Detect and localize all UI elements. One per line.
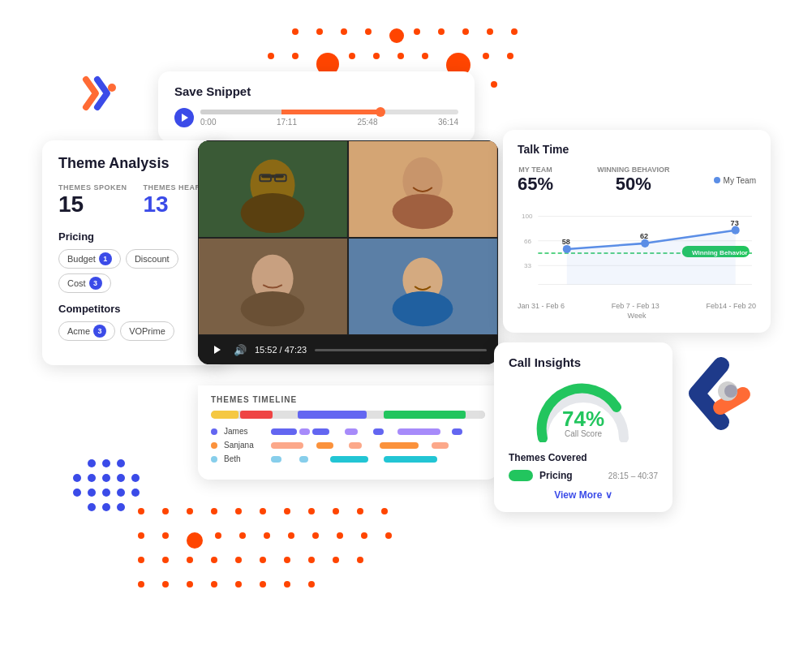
james-dot <box>211 428 217 435</box>
gauge-label: Call Score <box>562 429 604 438</box>
voprime-tag[interactable]: VOPrime <box>120 321 174 341</box>
themes-spoken-stat: THEMES SPOKEN 15 <box>58 183 127 217</box>
chart-x-labels: Jan 31 - Feb 6 Feb 7 - Feb 13 Feb14 - Fe… <box>518 302 756 310</box>
talk-time-title: Talk Time <box>518 143 756 156</box>
video-time: 15:52 / 47:23 <box>255 345 307 355</box>
view-more-button[interactable]: View More ∨ <box>509 489 658 501</box>
budget-badge: 1 <box>99 252 112 265</box>
gauge-container: 74% Call Score <box>509 377 658 442</box>
app-logo <box>71 71 128 120</box>
time-end: 36:14 <box>438 118 458 127</box>
pricing-tags: Budget 1 Discount Cost 3 <box>58 249 213 293</box>
competitor-tags: Acme 3 VOPrime <box>58 321 213 341</box>
pricing-time: 28:15 – 40:37 <box>608 471 658 480</box>
svg-point-29 <box>732 226 740 235</box>
my-team-label: MY TEAM <box>518 166 553 174</box>
voprime-tag-label: VOPrime <box>129 326 165 336</box>
themes-heard-stat: THEMES HEARD 13 <box>144 183 207 217</box>
cost-tag[interactable]: Cost 3 <box>58 273 111 293</box>
sanjana-name: Sanjana <box>224 441 264 450</box>
themes-spoken-label: THEMES SPOKEN <box>58 183 127 192</box>
legend: My Team <box>714 176 756 185</box>
time-start: 0:00 <box>200 118 216 127</box>
svg-point-0 <box>108 84 116 92</box>
svg-point-12 <box>241 291 305 326</box>
video-grid-card: 🔊 15:52 / 47:23 <box>198 140 498 364</box>
winning-behavior-value: 50% <box>597 174 669 195</box>
svg-point-3 <box>241 193 305 233</box>
winning-behavior-stat: WINNING BEHAVIOR 50% <box>597 166 669 195</box>
svg-marker-26 <box>567 230 736 285</box>
week-label: Week <box>518 312 756 320</box>
timeline-sanjana: Sanjana <box>211 441 485 450</box>
talk-time-header: MY TEAM 65% WINNING BEHAVIOR 50% My Team <box>518 166 756 195</box>
sanjana-tracks <box>271 442 485 449</box>
video-cell-3 <box>198 238 348 335</box>
audio-player: 0:00 17:11 25:48 36:14 <box>174 108 458 127</box>
discount-tag[interactable]: Discount <box>126 249 178 269</box>
themes-covered-title: Themes Covered <box>509 452 658 463</box>
right-side-logo <box>681 357 754 438</box>
gauge-wrapper: 74% Call Score <box>531 377 636 442</box>
james-tracks <box>271 428 485 435</box>
legend-dot-myteam <box>714 177 720 183</box>
budget-tag-label: Budget <box>67 254 96 264</box>
video-play-button[interactable] <box>209 342 226 358</box>
dots-logo <box>73 459 146 508</box>
save-snippet-title: Save Snippet <box>174 84 458 98</box>
call-insights-title: Call Insights <box>509 355 658 369</box>
svg-point-15 <box>393 291 453 326</box>
video-progress-bar[interactable] <box>315 349 487 351</box>
svg-text:66: 66 <box>524 238 532 245</box>
save-snippet-card: Save Snippet 0:00 17:11 25:48 36:14 <box>158 71 475 142</box>
beth-dot <box>211 456 217 463</box>
my-team-value: 65% <box>518 174 553 195</box>
video-controls: 🔊 15:52 / 47:23 <box>198 335 498 364</box>
svg-point-28 <box>641 239 649 248</box>
gauge-percent: 74% <box>562 408 604 429</box>
svg-point-9 <box>393 194 453 229</box>
timeline-title: THEMES TIMELINE <box>211 395 485 404</box>
themes-spoken-value: 15 <box>58 192 127 217</box>
acme-badge: 3 <box>93 325 106 338</box>
timeline-james: James <box>211 427 485 436</box>
waveform-progress <box>200 110 381 114</box>
theme-analysis-title: Theme Analysis <box>58 155 213 172</box>
play-button[interactable] <box>174 108 194 127</box>
svg-point-35 <box>724 385 737 398</box>
time-markers: 0:00 17:11 25:48 36:14 <box>200 118 458 127</box>
svg-point-27 <box>563 245 571 253</box>
talk-time-chart: 100 66 33 Winning Behavior <box>518 203 756 300</box>
timeline-main-track <box>211 411 485 419</box>
video-grid <box>198 140 498 335</box>
themes-heard-label: THEMES HEARD <box>144 183 207 192</box>
discount-tag-label: Discount <box>135 254 170 264</box>
budget-tag[interactable]: Budget 1 <box>58 249 121 269</box>
themes-heard-value: 13 <box>144 192 207 217</box>
competitors-section-title: Competitors <box>58 303 213 315</box>
svg-text:100: 100 <box>522 213 533 220</box>
cost-badge: 3 <box>89 277 102 290</box>
volume-icon[interactable]: 🔊 <box>234 344 247 356</box>
beth-name: Beth <box>224 454 264 463</box>
svg-text:33: 33 <box>524 262 532 269</box>
pricing-bar <box>509 470 533 481</box>
decorative-dots-bottom <box>130 504 503 609</box>
acme-tag[interactable]: Acme 3 <box>58 321 115 341</box>
time-mid2: 25:48 <box>357 118 377 127</box>
cost-tag-label: Cost <box>67 278 86 288</box>
acme-tag-label: Acme <box>67 326 90 336</box>
sanjana-dot <box>211 442 217 449</box>
waveform-track[interactable] <box>200 110 458 114</box>
pricing-theme-item: Pricing 28:15 – 40:37 <box>509 470 658 481</box>
call-insights-card: Call Insights 74% Call Score Themes Cove… <box>494 342 672 512</box>
time-mid1: 17:11 <box>277 118 297 127</box>
beth-tracks <box>271 456 485 463</box>
timeline-beth: Beth <box>211 454 485 463</box>
x-label-2: Feb 7 - Feb 13 <box>612 302 659 310</box>
chevron-down-icon: ∨ <box>605 489 612 501</box>
pricing-name: Pricing <box>539 470 573 481</box>
talk-time-svg: 100 66 33 Winning Behavior <box>518 203 756 300</box>
video-cell-4 <box>348 238 498 335</box>
video-cell-2 <box>348 140 498 238</box>
